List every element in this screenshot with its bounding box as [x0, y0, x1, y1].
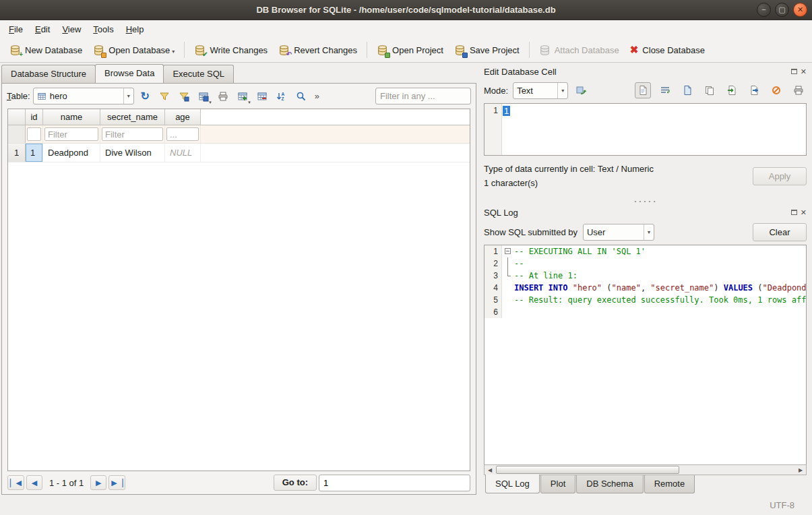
filter-input-id[interactable]	[27, 127, 41, 141]
undock-icon[interactable]	[791, 69, 797, 74]
refresh-button[interactable]: ↻	[137, 88, 154, 104]
close-panel-icon[interactable]: ✕	[801, 68, 807, 75]
column-header-secret-name[interactable]: secret_name	[100, 109, 165, 125]
previous-page-button[interactable]: ◀	[26, 475, 42, 490]
save-project-button[interactable]: Save Project	[449, 40, 525, 60]
cell-char-count: 1 character(s)	[484, 176, 753, 190]
database-revert-icon: ↶	[278, 44, 290, 56]
auto-mode-button[interactable]	[573, 82, 589, 98]
import-cell-button[interactable]	[724, 82, 740, 98]
text-document-button[interactable]	[635, 82, 651, 98]
sql-log-view[interactable]: 1−-- EXECUTING ALL IN 'SQL 1'2--3-- At l…	[484, 245, 807, 464]
horizontal-scrollbar[interactable]: ◀ ▶	[484, 464, 807, 475]
row-header[interactable]: 1	[8, 144, 26, 162]
filter-input-name[interactable]	[44, 127, 98, 141]
last-page-button[interactable]: ▶▕	[108, 475, 125, 490]
database-new-icon: +	[9, 44, 21, 56]
table-select[interactable]: hero ▾	[33, 88, 134, 104]
cell-id[interactable]: 1	[26, 144, 43, 162]
open-in-editor-button[interactable]	[679, 82, 695, 98]
save-filter-button[interactable]	[176, 88, 193, 104]
export-cell-button[interactable]	[746, 82, 762, 98]
table-delete-icon	[257, 91, 268, 102]
filter-input-secret-name[interactable]	[102, 127, 163, 141]
open-database-button[interactable]: Open Database ▾	[88, 40, 180, 60]
column-header-id[interactable]: id	[26, 109, 43, 125]
revert-changes-button[interactable]: ↶ Revert Changes	[273, 40, 363, 60]
sql-log-line: 5-- Result: query executed successfully.…	[485, 294, 806, 306]
fold-collapse-icon[interactable]: −	[505, 248, 511, 254]
mode-select[interactable]: Text ▾	[513, 82, 568, 99]
sort-button[interactable]: AZ	[274, 88, 290, 104]
open-project-button[interactable]: Open Project	[371, 40, 449, 60]
goto-input[interactable]	[319, 475, 470, 491]
next-page-button[interactable]: ▶	[90, 475, 106, 490]
delete-record-button[interactable]	[254, 88, 271, 104]
tab-plot[interactable]: Plot	[540, 475, 575, 493]
funnel-icon	[159, 91, 170, 102]
first-page-button[interactable]: ▏◀	[7, 475, 24, 490]
print-table-button[interactable]	[215, 88, 232, 104]
menu-view[interactable]: View	[56, 22, 87, 37]
write-changes-button[interactable]: ✔ Write Changes	[189, 40, 273, 60]
submitted-by-select[interactable]: User ▾	[583, 224, 654, 241]
cell-editor[interactable]: 1 1	[484, 103, 807, 156]
set-null-button[interactable]	[768, 82, 784, 98]
apply-button[interactable]: Apply	[753, 167, 807, 185]
import-icon	[726, 85, 737, 96]
sql-log-line: 1−-- EXECUTING ALL IN 'SQL 1'	[485, 245, 806, 258]
cell-name[interactable]: Deadpond	[43, 144, 100, 162]
database-open-icon	[93, 44, 104, 56]
edit-cell-title: Edit Database Cell	[484, 67, 791, 77]
cell-age[interactable]: NULL	[165, 144, 201, 162]
clear-log-button[interactable]: Clear	[753, 223, 807, 241]
attach-database-button[interactable]: Attach Database	[534, 40, 625, 60]
filter-any-input[interactable]	[375, 88, 471, 104]
menubar: File Edit View Tools Help	[0, 20, 812, 38]
data-grid: id name secret_name age 1 1	[7, 109, 470, 471]
minimize-button[interactable]: −	[757, 3, 771, 17]
funnel-save-icon	[179, 91, 189, 102]
filter-input-age[interactable]	[166, 127, 199, 141]
sql-log-line: 6	[485, 306, 806, 318]
find-in-table-button[interactable]	[293, 88, 310, 104]
toolbar-overflow-chevron[interactable]: »	[313, 91, 321, 101]
tab-execute-sql[interactable]: Execute SQL	[163, 65, 234, 83]
cell-secret-name[interactable]: Dive Wilson	[100, 144, 165, 162]
close-button[interactable]: ✕	[793, 3, 807, 17]
print-cell-button[interactable]	[790, 82, 807, 98]
copy-cell-button[interactable]	[701, 82, 718, 98]
bottom-tabs: SQL Log Plot DB Schema Remote	[484, 475, 807, 495]
word-wrap-icon	[660, 85, 670, 96]
close-database-button[interactable]: ✖ Close Database	[625, 40, 710, 60]
insert-record-button[interactable]: ▾	[235, 88, 251, 104]
menu-help[interactable]: Help	[120, 22, 150, 37]
goto-button[interactable]: Go to:	[274, 475, 317, 491]
menu-file[interactable]: File	[3, 22, 29, 37]
auto-switch-icon	[575, 85, 586, 96]
export-table-button[interactable]: ▾	[195, 88, 212, 104]
column-header-name[interactable]: name	[43, 109, 100, 125]
menu-tools[interactable]: Tools	[87, 22, 119, 37]
tab-db-schema[interactable]: DB Schema	[576, 475, 643, 493]
scrollbar-thumb[interactable]	[496, 466, 679, 474]
scroll-right-icon[interactable]: ▶	[795, 467, 806, 473]
tab-database-structure[interactable]: Database Structure	[1, 65, 96, 83]
scroll-left-icon[interactable]: ◀	[485, 467, 495, 473]
database-attach-icon	[539, 44, 551, 56]
menu-edit[interactable]: Edit	[29, 22, 56, 37]
tab-browse-data[interactable]: Browse Data	[95, 64, 164, 83]
tab-sql-log[interactable]: SQL Log	[485, 475, 540, 493]
horizontal-splitter[interactable]	[484, 197, 807, 205]
clear-filters-button[interactable]	[156, 88, 173, 104]
edit-cell-toolbar: Mode: Text ▾	[484, 79, 807, 102]
tab-remote[interactable]: Remote	[644, 475, 695, 493]
column-header-age[interactable]: age	[165, 109, 201, 125]
open-database-dropdown-icon[interactable]: ▾	[172, 49, 175, 55]
undock-icon[interactable]	[791, 210, 797, 215]
close-panel-icon[interactable]: ✕	[801, 209, 807, 216]
new-database-button[interactable]: + New Database	[4, 40, 88, 60]
close-database-icon: ✖	[630, 44, 639, 56]
maximize-button[interactable]: ▢	[775, 3, 789, 17]
word-wrap-button[interactable]	[657, 82, 673, 98]
